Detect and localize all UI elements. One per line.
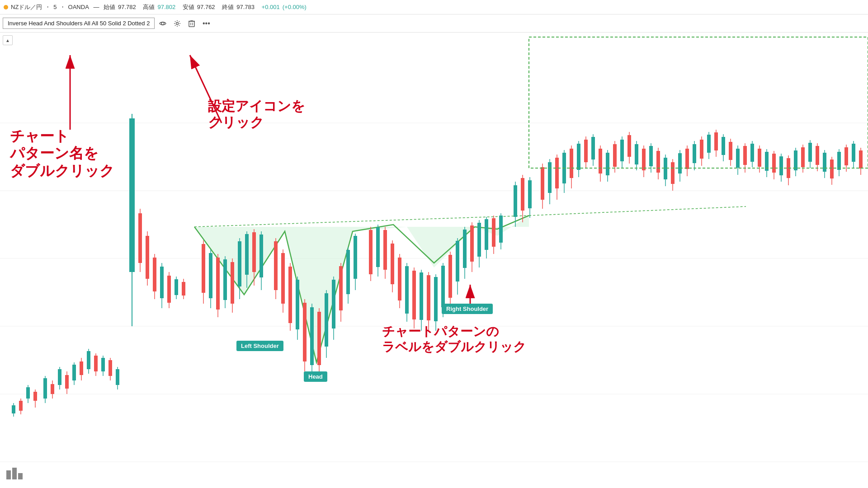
svg-rect-189 [700, 140, 703, 159]
svg-rect-31 [80, 361, 83, 375]
eye-button[interactable] [156, 17, 169, 30]
svg-rect-43 [129, 118, 135, 272]
svg-rect-173 [642, 149, 646, 170]
interval: 5 [53, 4, 57, 10]
svg-rect-63 [216, 258, 220, 310]
svg-rect-111 [405, 266, 409, 314]
price-change: +0.001 [262, 4, 280, 10]
svg-rect-17 [26, 387, 30, 399]
svg-rect-225 [830, 160, 834, 178]
chevron-up-button[interactable]: ▲ [3, 35, 13, 45]
svg-rect-113 [412, 271, 416, 319]
symbol-name: NZドル／円 [11, 3, 42, 11]
delete-button[interactable] [185, 17, 198, 30]
close-label: 終値 [222, 3, 234, 11]
svg-rect-97 [346, 250, 350, 294]
svg-rect-155 [577, 144, 580, 170]
svg-rect-61 [209, 253, 212, 298]
svg-rect-223 [823, 153, 826, 172]
svg-rect-93 [332, 280, 335, 328]
svg-rect-217 [801, 147, 805, 167]
svg-rect-153 [570, 149, 573, 178]
svg-rect-27 [65, 375, 69, 389]
svg-rect-69 [238, 241, 241, 286]
head-label[interactable]: Head [304, 371, 327, 382]
svg-rect-240 [6, 470, 11, 479]
svg-rect-209 [772, 154, 776, 173]
separator2: ・ [60, 3, 66, 11]
svg-rect-137 [499, 216, 503, 243]
svg-rect-219 [808, 143, 812, 162]
open-value: 97.782 [118, 4, 136, 10]
svg-rect-211 [779, 156, 783, 175]
close-value: 97.783 [236, 4, 255, 10]
svg-rect-57 [182, 282, 185, 296]
svg-rect-51 [160, 267, 164, 298]
svg-rect-177 [656, 151, 660, 173]
svg-rect-157 [584, 140, 588, 162]
svg-rect-139 [514, 185, 517, 217]
svg-rect-181 [671, 162, 675, 184]
svg-rect-171 [635, 144, 638, 164]
svg-rect-131 [477, 223, 481, 257]
svg-rect-29 [72, 365, 76, 380]
svg-rect-91 [325, 293, 328, 347]
svg-rect-109 [398, 258, 401, 300]
svg-rect-71 [245, 234, 249, 275]
left-shoulder-label[interactable]: Left Shoulder [236, 341, 283, 351]
settings-button[interactable] [171, 17, 184, 30]
svg-rect-205 [758, 149, 761, 167]
svg-rect-227 [837, 152, 841, 170]
right-shoulder-label[interactable]: Right Shoulder [442, 304, 493, 314]
svg-rect-95 [339, 266, 343, 310]
svg-rect-145 [541, 167, 544, 200]
more-button[interactable]: ••• [200, 17, 212, 30]
svg-rect-233 [859, 150, 863, 169]
svg-rect-161 [599, 149, 602, 174]
svg-rect-129 [470, 225, 474, 262]
svg-rect-67 [231, 262, 234, 304]
svg-rect-59 [202, 244, 205, 293]
svg-rect-75 [259, 235, 263, 277]
svg-rect-143 [528, 180, 532, 208]
svg-rect-55 [175, 279, 178, 295]
svg-rect-15 [19, 401, 23, 411]
svg-rect-127 [463, 230, 467, 268]
svg-rect-201 [743, 146, 747, 165]
svg-rect-197 [729, 142, 732, 160]
chart-svg [0, 33, 868, 488]
svg-rect-25 [58, 369, 61, 385]
svg-rect-79 [281, 253, 285, 304]
svg-rect-13 [12, 405, 15, 413]
svg-rect-121 [441, 266, 445, 307]
high-label: 高値 [143, 3, 155, 11]
svg-rect-107 [391, 244, 394, 284]
svg-rect-23 [51, 384, 54, 394]
pattern-name-box[interactable]: Inverse Head And Shoulders All All 50 So… [3, 18, 155, 29]
svg-point-1 [176, 22, 179, 24]
svg-rect-119 [434, 277, 438, 321]
svg-rect-37 [101, 358, 105, 371]
svg-rect-21 [43, 378, 47, 399]
svg-rect-45 [138, 213, 142, 263]
low-value: 97.762 [197, 4, 215, 10]
tradingview-logo [6, 467, 23, 482]
svg-rect-35 [94, 356, 98, 371]
svg-rect-19 [33, 392, 37, 401]
header-bar: NZドル／円 ・ 5 ・ OANDA — 始値 97.782 高値 97.802… [0, 0, 868, 14]
svg-rect-101 [369, 230, 373, 274]
svg-rect-65 [223, 259, 227, 300]
svg-rect-83 [296, 280, 299, 329]
svg-rect-115 [420, 272, 423, 320]
symbol-dot [4, 5, 8, 9]
svg-rect-105 [383, 230, 387, 270]
svg-rect-135 [492, 218, 495, 247]
svg-rect-39 [108, 360, 112, 376]
svg-rect-215 [794, 150, 797, 170]
svg-rect-103 [376, 227, 380, 267]
svg-rect-183 [678, 153, 682, 174]
svg-rect-175 [649, 146, 653, 166]
svg-rect-167 [620, 140, 624, 161]
svg-rect-199 [736, 149, 740, 168]
svg-rect-47 [146, 236, 149, 279]
